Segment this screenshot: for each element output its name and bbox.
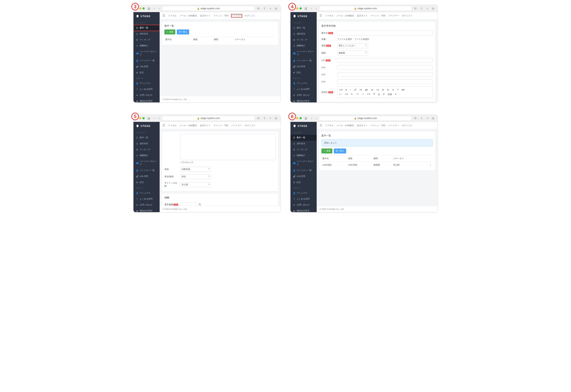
sidebar-item-cases[interactable]: ☰案件一覧 [290,135,317,141]
more-icon[interactable]: ⋮ [429,163,432,167]
code-icon[interactable]: <> [355,92,360,97]
sidebar-section: サポート [134,76,160,80]
add-button[interactable]: ＋ 追加 [321,149,332,154]
success-alert: 追加しました [321,139,433,147]
lp4-input[interactable] [337,79,433,84]
browser-chrome: ▥ ‹ › 🔒utage-system.com ⟳ ⇪ + ⧉ [134,5,281,12]
refresh-icon[interactable]: ⟳ [256,7,260,10]
sidebar-item-partner-group[interactable]: 👥パートナーグループ [134,49,160,58]
tabs-icon[interactable]: ⧉ [274,7,278,10]
sidebar-item-faq[interactable]: ?よくある質問 [134,86,160,92]
align-icon[interactable]: ≡▾ [370,88,374,91]
external-icon[interactable]: ↗ [361,92,365,97]
topnav-mail[interactable]: メール・LINE配信 [179,14,197,17]
link-icon[interactable]: 🔗 [353,88,357,91]
step-badge: 5 [131,112,139,120]
sidebar-section: パートナー [134,20,160,25]
logo: UTAGE [134,12,160,20]
forward-icon[interactable]: › [158,7,161,10]
topnav-funnel[interactable]: ファネル [168,14,177,17]
italic-icon[interactable]: I [349,88,352,91]
paragraph-select[interactable]: 段落 [387,92,393,97]
topnav-ai[interactable]: AIアシスト [245,14,255,17]
step-badge: 6 [288,112,296,120]
sidebar-toggle-icon[interactable]: ▥ [147,7,151,10]
add-button[interactable]: ＋ 追加 [165,29,175,34]
enable-select[interactable]: 有効 [180,174,211,179]
outdent-icon[interactable]: ⊟ [381,88,385,91]
browser-window: ▥‹› 🔒utage-system.com ⟳⇪+⧉ UTAGE パートナー ☰… [290,114,438,212]
case-list-card: 案件一覧 追加しました ＋ 追加 並べ替え 案件名種類期間ステータス LINE登… [319,132,435,170]
lp1-input[interactable] [337,58,433,63]
desc-card: ⊙ 置き換え文字 承認自動承認 有効/無効有効 サイトへの公開非公開 [162,132,278,191]
undo-icon[interactable]: ⎌▾ [338,92,343,97]
ai-icon[interactable]: AI▾ [338,88,344,91]
sidebar-item-cases[interactable]: ☰案件一覧 [134,25,160,31]
paste-icon[interactable]: ⎘▾ [350,92,354,97]
sidebar-item-reward[interactable]: ¥報酬集計 [134,43,160,49]
file-input[interactable]: ファイルを選択 ファイル未選択 [337,38,369,41]
card-title: 案件一覧 [165,24,276,28]
step-badge: 3 [131,3,139,11]
sidebar-item-manual[interactable]: 👤マニュアル [134,80,160,86]
sort-button[interactable]: 並べ替え [177,29,189,34]
helper-text[interactable]: ⊙ 置き換え文字 [180,161,276,164]
table-row[interactable]: LINE登録LINE登録無期限非公開⋮ [321,162,433,168]
sidebar: UTAGE パートナー ☰案件一覧 ◷成約状況 ♛ランキング ¥報酬集計 👥パー… [290,12,317,102]
add-icon[interactable]: + [269,7,272,10]
sidebar-item-contact[interactable]: ✉お問い合わせ [134,92,160,98]
clear-icon[interactable]: A✕ [366,92,371,97]
bold-icon[interactable]: B [345,88,348,91]
lock-icon: 🔒 [197,7,200,10]
url-bar[interactable]: 🔒utage-system.com [319,6,411,11]
share-icon[interactable]: ⇪ [262,7,267,10]
sidebar-item-url[interactable]: 🔗URL管理 [134,64,160,70]
lp2-input[interactable] [337,65,433,70]
richtext-toolbar: AI▾ B I 🔗 A▾ A̲▾ ≡▾ ≡▾ ⊟ ⊟ ◫ [337,86,433,98]
list-icon[interactable]: ≡▾ [376,88,380,91]
back-icon[interactable]: ‹ [153,7,156,10]
browser-window: ▥ ‹ › 🔒utage-system.com ⟳ ⇪ + ⧉ UTAGE パー… [133,5,281,103]
strike-icon[interactable]: T̶ [373,92,376,97]
box-icon[interactable]: ⊡ [382,92,386,97]
sidebar-item-settings[interactable]: ⚙設定 [134,70,160,76]
step-badge: 4 [288,3,296,11]
sidebar-item-feedback[interactable]: ▤機能改善要望 [134,98,160,103]
type-select[interactable]: 選択してください [337,43,368,48]
table-icon[interactable]: ⊞▾ [401,88,406,91]
case-form-card: 案件基本情報 案件名必須 画像ファイルを選択 ファイル未選択 種類必須選択してく… [319,22,435,102]
required-badge: 必須 [328,32,333,34]
reward-input[interactable] [180,202,197,206]
sort-button[interactable]: 並べ替え [334,149,346,154]
topnav-partner[interactable]: パートナー [231,14,242,17]
public-select[interactable]: 非公開 [180,182,211,187]
url-bar[interactable]: 🔒utage-system.com [163,6,254,11]
menu-icon[interactable]: ☰ [163,14,165,17]
name-input[interactable] [337,31,433,35]
sidebar-item-ranking[interactable]: ♛ランキング [134,37,160,43]
reward-card: 報酬 通常報酬必須円 特別報酬追加 [162,194,278,206]
topnav-site[interactable]: 会員サイト [200,14,210,17]
richtext-area[interactable] [180,134,276,160]
approve-select[interactable]: 自動承認 [180,167,211,172]
bgcolor-icon[interactable]: A̲▾ [364,88,369,91]
period-select[interactable]: 無期限 [337,51,368,56]
quote-icon[interactable]: ❝ [396,88,399,91]
image-icon[interactable]: ◫ [391,88,395,91]
topnav-event[interactable]: イベント・予約 [213,14,228,17]
case-table: 案件名種類期間ステータス LINE登録LINE登録無期限非公開⋮ [321,155,433,168]
pane-6: 6 ▥‹› 🔒utage-system.com ⟳⇪+⧉ UTAGE パートナー… [290,114,438,212]
card-title: 案件基本情報 [321,24,433,28]
indent-icon[interactable]: ⊟ [386,88,390,91]
textcolor-icon[interactable]: A▾ [359,88,363,91]
pane-5: 5 ▥‹› 🔒utage-system.com ⟳⇪+⧉ UTAGE パートナー… [133,114,281,212]
browser-window: ▥‹› 🔒utage-system.com ⟳⇪+⧉ UTAGE パートナー ☰… [133,114,281,212]
pane-4: 4 ▥‹› 🔒utage-system.com ⟳⇪+⧉ UTAGE パートナー… [290,5,438,103]
sidebar-item-cases[interactable]: ☰案件一覧 [290,25,317,31]
redo-icon[interactable]: ↪▾ [344,92,349,97]
sidebar-item-conversion[interactable]: ◷成約状況 [134,31,160,37]
lp3-input[interactable] [337,72,433,77]
underline-icon[interactable]: U̲ [377,92,381,97]
sidebar-item-partner-list[interactable]: 👤パートナー一覧 [134,58,160,64]
browser-chrome: ▥‹› 🔒utage-system.com ⟳⇪+⧉ [290,5,437,12]
